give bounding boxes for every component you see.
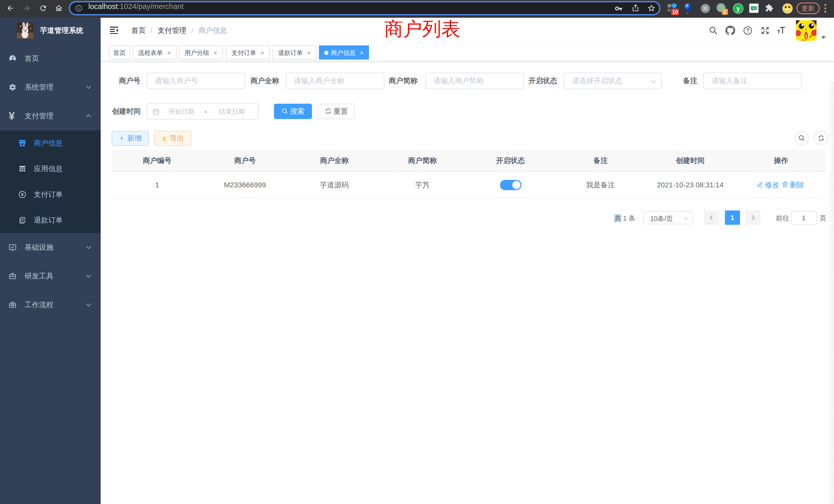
svg-text:10: 10: [672, 9, 678, 15]
svg-text:y: y: [737, 5, 740, 12]
svg-text:⌘: ⌘: [703, 5, 708, 12]
svg-text:1: 1: [724, 9, 726, 15]
